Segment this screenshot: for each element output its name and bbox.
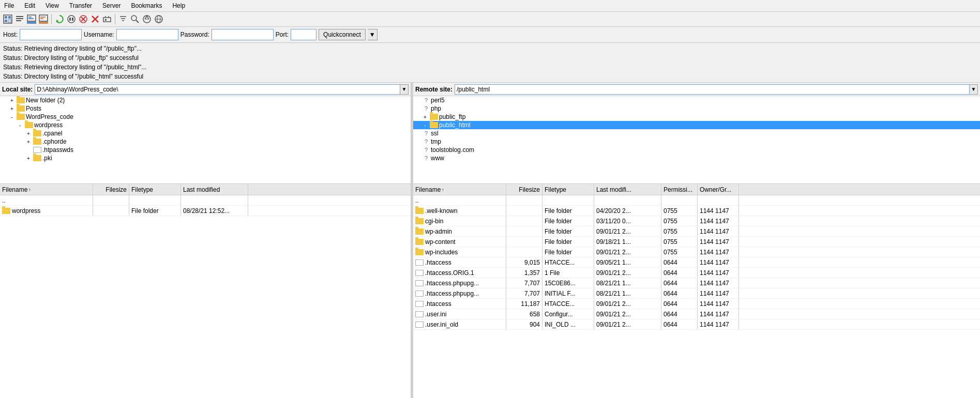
tree-toggle[interactable]: - bbox=[421, 121, 429, 129]
tree-item-wordpress[interactable]: - wordpress bbox=[0, 121, 411, 129]
remote-file-type-cell: 15C0E86... bbox=[542, 278, 594, 288]
refresh-button[interactable] bbox=[54, 13, 65, 25]
tree-item-php[interactable]: ? php bbox=[413, 104, 980, 113]
remote-col-modified[interactable]: Last modifi... bbox=[594, 184, 661, 195]
password-input[interactable] bbox=[212, 29, 274, 40]
tree-item-label: ssl bbox=[431, 130, 439, 137]
local-col-filetype[interactable]: Filetype bbox=[129, 184, 181, 195]
tree-item-htpasswds[interactable]: .htpasswds bbox=[0, 146, 411, 154]
svg-rect-6 bbox=[16, 18, 23, 19]
tree-toggle[interactable]: + bbox=[25, 130, 32, 137]
remote-file-row[interactable]: .user.ini 658 Configur... 09/01/21 2... … bbox=[413, 309, 980, 319]
remote-tree[interactable]: ? perl5 ? php + public_ftp - public_html bbox=[413, 96, 980, 184]
tree-item-label: public_ftp bbox=[439, 113, 465, 120]
tree-item-new-folder[interactable]: + New folder (2) bbox=[0, 96, 411, 104]
remote-col-owner[interactable]: Owner/Gr... bbox=[698, 184, 739, 195]
remote-col-filename[interactable]: Filename ↑ bbox=[413, 184, 506, 195]
local-col-filesize[interactable]: Filesize bbox=[93, 184, 129, 195]
tree-toggle[interactable]: + bbox=[421, 113, 429, 120]
remote-file-row[interactable]: .well-known File folder 04/20/20 2... 07… bbox=[413, 206, 980, 216]
compare-button[interactable] bbox=[141, 13, 153, 25]
remote-file-name-cell: .htaccess.phpupg... bbox=[413, 288, 506, 298]
tree-item-cpanel[interactable]: + .cpanel bbox=[0, 129, 411, 137]
remote-file-size-cell: 9,015 bbox=[506, 257, 542, 267]
remote-file-row[interactable]: .user.ini_old 904 INI_OLD ... 09/01/21 2… bbox=[413, 319, 980, 330]
remote-file-row[interactable]: .. bbox=[413, 195, 980, 206]
log-button[interactable] bbox=[26, 13, 37, 25]
quickconnect-button[interactable]: Quickconnect bbox=[319, 29, 366, 40]
menu-edit[interactable]: Edit bbox=[22, 1, 37, 10]
menu-file[interactable]: File bbox=[2, 1, 16, 10]
tree-item-public-html[interactable]: - public_html bbox=[413, 121, 980, 129]
local-path-input[interactable] bbox=[35, 84, 400, 95]
local-file-list-body[interactable]: .. wordpress bbox=[0, 195, 411, 398]
tree-toggle[interactable]: - bbox=[8, 113, 16, 120]
tree-toggle[interactable]: + bbox=[25, 138, 32, 145]
folder-icon bbox=[33, 130, 41, 136]
remote-file-row[interactable]: wp-content File folder 09/18/21 1... 075… bbox=[413, 237, 980, 247]
tree-item-cphorde[interactable]: + .cphorde bbox=[0, 137, 411, 146]
svg-rect-1 bbox=[5, 16, 7, 19]
site-manager-button[interactable] bbox=[2, 13, 13, 25]
menu-transfer[interactable]: Transfer bbox=[67, 1, 94, 10]
remote-file-modified-cell: 09/01/21 2... bbox=[594, 247, 661, 257]
remote-file-row[interactable]: wp-includes File folder 09/01/21 2... 07… bbox=[413, 247, 980, 257]
tree-toggle[interactable]: + bbox=[25, 155, 32, 162]
remote-path-input[interactable] bbox=[455, 84, 970, 95]
tree-item-label: wordpress bbox=[34, 121, 63, 129]
remote-col-perms[interactable]: Permissi... bbox=[661, 184, 698, 195]
local-col-filename[interactable]: Filename ↑ bbox=[0, 184, 93, 195]
tree-item-pki[interactable]: + .pki bbox=[0, 154, 411, 162]
remote-col-filetype[interactable]: Filetype bbox=[542, 184, 594, 195]
username-input[interactable] bbox=[116, 29, 178, 40]
local-tree[interactable]: + New folder (2) + Posts - WordPress_cod… bbox=[0, 96, 411, 184]
cancel-all-button[interactable] bbox=[89, 13, 101, 25]
remote-file-row[interactable]: .htaccess 11,187 HTACCE... 09/01/21 2...… bbox=[413, 299, 980, 309]
menu-bookmarks[interactable]: Bookmarks bbox=[129, 1, 164, 10]
menu-server[interactable]: Server bbox=[100, 1, 123, 10]
reconnect-button[interactable] bbox=[101, 13, 113, 25]
remote-file-row[interactable]: wp-admin File folder 09/01/21 2... 0755 … bbox=[413, 226, 980, 237]
remote-path-dropdown[interactable]: ▼ bbox=[970, 84, 978, 95]
tree-item-wordpress-code[interactable]: - WordPress_code bbox=[0, 113, 411, 121]
remote-file-row[interactable]: .htaccess.phpupg... 7,707 INITIAL F... 0… bbox=[413, 288, 980, 299]
process-queue-button[interactable] bbox=[66, 13, 77, 25]
local-file-row-wordpress[interactable]: wordpress File folder 08/28/21 12:52... bbox=[0, 206, 411, 216]
tree-item-tmp[interactable]: ? tmp bbox=[413, 137, 980, 146]
tree-toggle[interactable]: - bbox=[17, 121, 24, 129]
local-file-row-dotdot[interactable]: .. bbox=[0, 195, 411, 206]
tree-item-toolstoblog[interactable]: ? toolstoblog.com bbox=[413, 146, 980, 154]
tree-item-perl5[interactable]: ? perl5 bbox=[413, 96, 980, 104]
menu-view[interactable]: View bbox=[43, 1, 61, 10]
remote-file-size-cell: 904 bbox=[506, 319, 542, 329]
remote-file-row[interactable]: .htaccess.ORIG.1 1,357 1 File 09/01/21 2… bbox=[413, 268, 980, 278]
tree-item-public-ftp[interactable]: + public_ftp bbox=[413, 113, 980, 121]
tree-toggle[interactable]: + bbox=[8, 105, 16, 112]
local-col-modified[interactable]: Last modified bbox=[181, 184, 248, 195]
remote-col-filesize[interactable]: Filesize bbox=[506, 184, 542, 195]
local-file-size-cell bbox=[93, 195, 129, 205]
tree-item-ssl[interactable]: ? ssl bbox=[413, 129, 980, 137]
port-input[interactable] bbox=[291, 29, 316, 40]
filter-button[interactable] bbox=[117, 13, 129, 25]
question-icon: ? bbox=[423, 97, 430, 104]
remote-file-row[interactable]: .htaccess.phpupg... 7,707 15C0E86... 08/… bbox=[413, 278, 980, 288]
host-input[interactable] bbox=[20, 29, 82, 40]
local-file-type-cell bbox=[129, 195, 181, 205]
quickconnect-dropdown[interactable]: ▼ bbox=[368, 29, 378, 40]
message-log-button[interactable] bbox=[38, 13, 49, 25]
tree-item-posts[interactable]: + Posts bbox=[0, 104, 411, 113]
tree-item-www[interactable]: ? www bbox=[413, 154, 980, 162]
cancel-button[interactable] bbox=[78, 13, 89, 25]
local-path-dropdown[interactable]: ▼ bbox=[400, 84, 409, 95]
tree-toggle[interactable]: + bbox=[8, 97, 16, 104]
remote-file-row[interactable]: .htaccess 9,015 HTACCE... 09/05/21 1... … bbox=[413, 257, 980, 268]
menu-help[interactable]: Help bbox=[170, 1, 187, 10]
network-button[interactable] bbox=[153, 13, 164, 25]
remote-file-list-body[interactable]: .. .well-known File folder 04/20/20 2...… bbox=[413, 195, 980, 398]
find-button[interactable] bbox=[129, 13, 141, 25]
local-site-label: Local site: bbox=[2, 86, 33, 93]
queue-button[interactable] bbox=[14, 13, 25, 25]
remote-file-row[interactable]: cgi-bin File folder 03/11/20 0... 0755 1… bbox=[413, 216, 980, 226]
file-name-text: .htaccess.ORIG.1 bbox=[425, 269, 474, 277]
